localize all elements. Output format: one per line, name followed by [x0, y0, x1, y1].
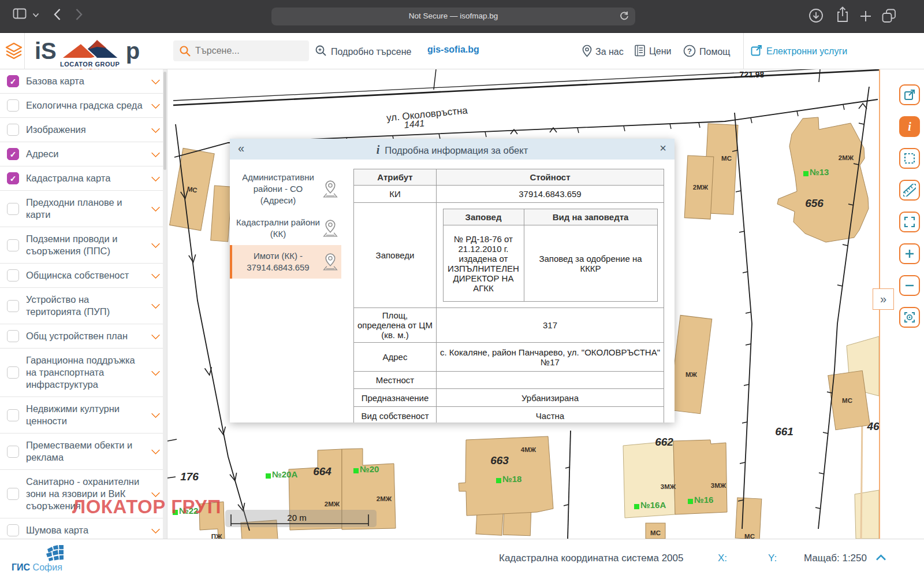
building-type-label: МЖ	[685, 371, 698, 378]
chevron-down-icon[interactable]	[151, 270, 161, 279]
layer-checkbox[interactable]	[7, 488, 19, 500]
address-marker[interactable]	[634, 504, 639, 509]
layer-row-warranty[interactable]: Гаранционна поддръжка на транспортната и…	[0, 349, 167, 397]
result-cadastral-regions[interactable]: Кадастрални райони (КК)	[230, 212, 341, 245]
address-marker[interactable]	[803, 171, 808, 176]
building-type-label: 4МЖ	[521, 446, 536, 453]
layer-row-municipal-property[interactable]: Общинска собственост	[0, 264, 167, 288]
layer-checkbox[interactable]	[7, 148, 19, 160]
back-icon[interactable]	[53, 8, 61, 21]
building-type-label: 3МЖ	[661, 483, 676, 490]
chevron-down-icon[interactable]	[151, 525, 161, 534]
layer-checkbox[interactable]	[7, 99, 19, 112]
address-marker[interactable]	[173, 510, 178, 515]
result-admin-regions[interactable]: Административни райони - СО (Адреси)	[230, 166, 341, 212]
layer-checkbox[interactable]	[7, 172, 19, 184]
layer-row-sanitary-zones[interactable]: Санитарно - охранителни зони на язовири …	[0, 470, 167, 518]
chevron-down-icon[interactable]	[151, 488, 161, 498]
layer-checkbox[interactable]	[7, 300, 19, 312]
panel-expand-button[interactable]: »	[873, 288, 894, 310]
address-bar[interactable]: Not Secure — isofmap.bg	[271, 8, 635, 25]
search-input[interactable]	[195, 40, 305, 61]
address-marker[interactable]	[353, 468, 359, 473]
layer-checkbox[interactable]	[7, 366, 19, 379]
locate-button[interactable]	[899, 307, 920, 328]
chevron-down-icon[interactable]	[151, 173, 161, 182]
address-marker[interactable]	[688, 499, 693, 504]
layer-checkbox[interactable]	[7, 330, 19, 342]
parcel-656-shape[interactable]	[777, 117, 869, 242]
gis-sofia-link[interactable]: gis-sofia.bg	[427, 45, 479, 55]
popup-result-list: Административни райони - СО (Адреси) Кад…	[230, 160, 341, 423]
chevron-down-icon[interactable]	[151, 446, 161, 455]
layer-row-addresses[interactable]: Адреси	[0, 142, 167, 166]
chevron-down-icon[interactable]	[151, 239, 161, 249]
select-area-button[interactable]	[899, 148, 920, 169]
info-tool-button[interactable]: i	[899, 116, 920, 137]
order-kind: Заповед за одобрение на КККР	[524, 225, 657, 302]
layer-row-images[interactable]: Изображения	[0, 118, 167, 142]
zoom-in-button[interactable]	[899, 243, 920, 264]
layer-checkbox[interactable]	[7, 239, 19, 251]
address-point-label: №22	[179, 506, 198, 516]
layer-checkbox[interactable]	[7, 524, 19, 536]
popup-close-button[interactable]: ×	[660, 142, 666, 155]
chevron-down-icon[interactable]	[151, 367, 161, 376]
layer-row-movable-objects[interactable]: Преместваеми обекти и реклама	[0, 433, 167, 470]
eservices-link[interactable]: Електронни услуги	[751, 45, 847, 57]
layers-sidebar: Базова карта Екологична градска среда Из…	[0, 69, 167, 539]
layer-checkbox[interactable]	[7, 446, 19, 458]
layer-row-ecology[interactable]: Екологична градска среда	[0, 94, 167, 118]
prices-link[interactable]: Цени	[634, 45, 672, 57]
gis-sofia-brand[interactable]: ГИС София	[12, 562, 62, 573]
reload-icon[interactable]	[619, 11, 629, 21]
layers-panel-header[interactable]	[0, 33, 25, 69]
about-link[interactable]: За нас	[582, 45, 624, 57]
layer-row-underground[interactable]: Подземни проводи и съоръжения (ППС)	[0, 227, 167, 264]
address-marker[interactable]	[496, 478, 501, 483]
new-tab-icon[interactable]	[860, 10, 871, 22]
road-edge	[861, 416, 862, 539]
layer-row-previous-plans[interactable]: Предходни планове и карти	[0, 191, 167, 227]
chevron-down-icon[interactable]	[151, 300, 161, 309]
layer-row-basemap[interactable]: Базова карта	[0, 69, 167, 94]
downloads-icon[interactable]	[808, 8, 824, 23]
sidebar-toggle-icon[interactable]	[13, 8, 27, 19]
layer-checkbox[interactable]	[7, 75, 19, 87]
layer-row-general-plan[interactable]: Общ устройствен план	[0, 324, 167, 349]
building-type-label: 2МЖ	[325, 501, 340, 507]
measure-button[interactable]	[899, 180, 920, 201]
layer-checkbox[interactable]	[7, 269, 19, 281]
layer-checkbox[interactable]	[7, 203, 19, 215]
layer-checkbox[interactable]	[7, 124, 19, 136]
forward-icon[interactable]	[75, 8, 83, 21]
share-icon[interactable]	[836, 6, 850, 24]
chevron-down-icon[interactable]	[151, 100, 161, 109]
tab-overview-icon[interactable]	[882, 9, 896, 23]
sidebar-scrollbar[interactable]	[163, 69, 167, 539]
detailed-search-link[interactable]: Подробно търсене	[315, 45, 411, 57]
chevron-down-icon[interactable]	[151, 409, 161, 418]
layer-label: Шумова карта	[26, 524, 144, 536]
isofmap-logo[interactable]: iSp LOCATOR GROUP Real Estate	[35, 35, 140, 69]
chevron-down-icon[interactable]	[151, 331, 161, 340]
zoom-out-button[interactable]	[899, 275, 920, 296]
chevron-down-icon[interactable]	[32, 13, 39, 18]
collapse-footer-icon[interactable]	[875, 554, 887, 561]
layer-row-pup[interactable]: Устройство на територията (ПУП)	[0, 288, 167, 324]
layer-row-cadastre[interactable]: Кадастрална карта	[0, 166, 167, 191]
help-link[interactable]: ? Помощ	[683, 45, 730, 57]
chevron-down-icon[interactable]	[151, 149, 161, 158]
address-marker[interactable]	[266, 473, 271, 479]
chevron-down-icon[interactable]	[151, 76, 161, 85]
chevron-down-icon[interactable]	[151, 203, 161, 212]
layer-row-noise-map[interactable]: Шумова карта	[0, 518, 167, 539]
layer-row-cultural[interactable]: Недвижими културни ценности	[0, 397, 167, 433]
logo-text-suffix: p	[126, 38, 140, 64]
result-property[interactable]: Имоти (КК) - 37914.6843.659	[230, 245, 341, 279]
chevron-down-icon[interactable]	[151, 124, 161, 134]
layer-checkbox[interactable]	[7, 409, 19, 421]
full-extent-button[interactable]	[899, 212, 920, 232]
open-external-button[interactable]	[899, 84, 920, 105]
search-icon	[179, 45, 192, 58]
